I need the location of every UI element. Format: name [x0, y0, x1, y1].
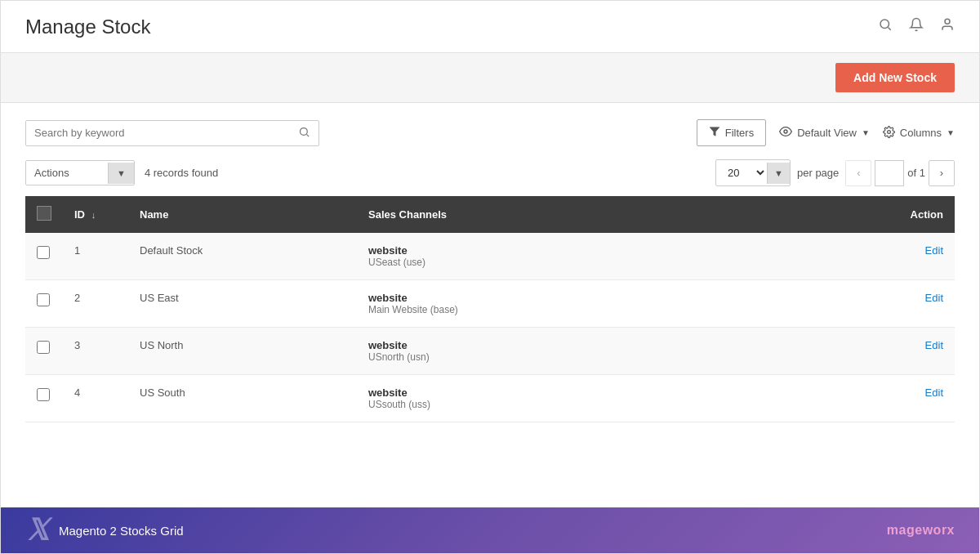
table-row: 2 US East website Main Website (base) Ed…: [25, 280, 955, 328]
row-id: 3: [63, 328, 128, 375]
header-checkbox-col: [25, 196, 63, 233]
actions-select[interactable]: Actions: [26, 161, 108, 185]
svg-point-6: [784, 130, 787, 133]
row-sales-channels: website USsouth (uss): [357, 375, 889, 422]
data-table: ID ↓ Name Sales Channels Action: [25, 196, 955, 422]
svg-line-1: [888, 27, 890, 29]
row-sales-channels: website Main Website (base): [357, 280, 889, 328]
row-checkbox-cell: [25, 375, 63, 422]
actions-right: 20 50 100 ▼ per page ‹ 1 of 1 ›: [715, 159, 955, 186]
footer-x-icon: 𝕏: [25, 516, 49, 545]
of-label: of 1: [907, 167, 925, 179]
pagination: ‹ 1 of 1 ›: [845, 160, 955, 186]
row-action-cell: Edit: [889, 280, 955, 328]
id-sort-icon[interactable]: ↓: [91, 210, 96, 220]
sales-channel-type: website: [368, 292, 878, 304]
view-chevron-icon: ▼: [862, 128, 870, 137]
row-checkbox[interactable]: [37, 341, 50, 354]
header-icons: [878, 17, 955, 36]
row-name: US North: [128, 328, 357, 375]
actions-row: Actions ▼ 4 records found 20 50 100 ▼ pe…: [25, 159, 955, 186]
row-id: 2: [63, 280, 128, 328]
page-number-input[interactable]: 1: [875, 160, 904, 186]
user-icon[interactable]: [940, 17, 955, 36]
default-view-button[interactable]: Default View ▼: [779, 125, 870, 141]
page-title: Manage Stock: [25, 16, 150, 38]
table-row: 4 US South website USsouth (uss) Edit: [25, 375, 955, 422]
edit-link[interactable]: Edit: [925, 339, 943, 351]
columns-button[interactable]: Columns ▼: [883, 126, 955, 141]
footer-left: 𝕏 Magento 2 Stocks Grid: [25, 516, 184, 545]
search-submit-icon[interactable]: [298, 126, 310, 141]
table-header-row: ID ↓ Name Sales Channels Action: [25, 196, 955, 233]
table-row: 1 Default Stock website USeast (use) Edi…: [25, 233, 955, 280]
table-body: 1 Default Stock website USeast (use) Edi…: [25, 233, 955, 422]
header-action-col: Action: [889, 196, 955, 233]
row-checkbox[interactable]: [37, 388, 50, 401]
search-filter-row: Filters Default View ▼ Columns ▼: [25, 119, 955, 146]
svg-point-0: [880, 20, 889, 29]
toolbar-bar: Add New Stock: [1, 53, 979, 103]
per-page-label: per page: [797, 167, 839, 179]
add-new-stock-button[interactable]: Add New Stock: [835, 63, 955, 92]
records-found: 4 records found: [145, 167, 218, 179]
svg-line-4: [306, 134, 309, 136]
row-id: 1: [63, 233, 128, 280]
search-icon[interactable]: [878, 17, 893, 36]
filters-button[interactable]: Filters: [697, 119, 766, 146]
sales-channel-sub: USsouth (uss): [368, 399, 878, 410]
next-page-button[interactable]: ›: [929, 160, 955, 186]
row-id: 4: [63, 375, 128, 422]
svg-point-7: [887, 130, 890, 133]
per-page-dropdown-arrow[interactable]: ▼: [767, 163, 790, 184]
row-name: US East: [128, 280, 357, 328]
columns-chevron-icon: ▼: [947, 128, 955, 137]
sales-channel-type: website: [368, 244, 878, 257]
edit-link[interactable]: Edit: [925, 292, 943, 304]
per-page-select[interactable]: 20 50 100: [716, 160, 767, 185]
gear-icon: [883, 126, 895, 141]
content-area: Filters Default View ▼ Columns ▼: [1, 103, 979, 507]
sales-channel-type: website: [368, 386, 878, 399]
row-sales-channels: website USnorth (usn): [357, 328, 889, 375]
row-name: US South: [128, 375, 357, 422]
footer: 𝕏 Magento 2 Stocks Grid mageworx: [1, 507, 979, 553]
eye-icon: [779, 125, 792, 141]
footer-brand: mageworx: [887, 523, 955, 538]
row-action-cell: Edit: [889, 233, 955, 280]
row-sales-channels: website USeast (use): [357, 233, 889, 280]
header-sales-col: Sales Channels: [357, 196, 889, 233]
row-action-cell: Edit: [889, 328, 955, 375]
row-checkbox-cell: [25, 280, 63, 328]
columns-label: Columns: [900, 127, 942, 139]
view-label: Default View: [797, 127, 857, 139]
search-input[interactable]: [34, 127, 298, 139]
row-checkbox-cell: [25, 233, 63, 280]
svg-point-2: [945, 19, 950, 24]
filters-label: Filters: [725, 127, 754, 139]
row-checkbox[interactable]: [37, 246, 50, 259]
svg-marker-5: [710, 127, 719, 136]
svg-point-3: [301, 127, 308, 135]
actions-dropdown-arrow[interactable]: ▼: [108, 163, 134, 184]
prev-page-button[interactable]: ‹: [845, 160, 871, 186]
sales-channel-sub: Main Website (base): [368, 304, 878, 315]
row-name: Default Stock: [128, 233, 357, 280]
sales-channel-sub: USeast (use): [368, 257, 878, 268]
table-row: 3 US North website USnorth (usn) Edit: [25, 328, 955, 375]
edit-link[interactable]: Edit: [925, 386, 943, 399]
row-checkbox[interactable]: [37, 293, 50, 306]
header-name-col: Name: [128, 196, 357, 233]
header-id-col: ID ↓: [63, 196, 128, 233]
row-action-cell: Edit: [889, 375, 955, 422]
actions-left: Actions ▼ 4 records found: [25, 160, 218, 185]
filter-icon: [709, 126, 720, 140]
edit-link[interactable]: Edit: [925, 244, 943, 257]
search-box: [25, 120, 319, 146]
per-page-select-wrapper: 20 50 100 ▼: [715, 159, 791, 186]
bell-icon[interactable]: [909, 17, 924, 36]
filter-group: Filters Default View ▼ Columns ▼: [697, 119, 955, 146]
footer-title: Magento 2 Stocks Grid: [59, 524, 184, 538]
select-all-checkbox[interactable]: [37, 206, 51, 221]
sales-channel-type: website: [368, 339, 878, 351]
